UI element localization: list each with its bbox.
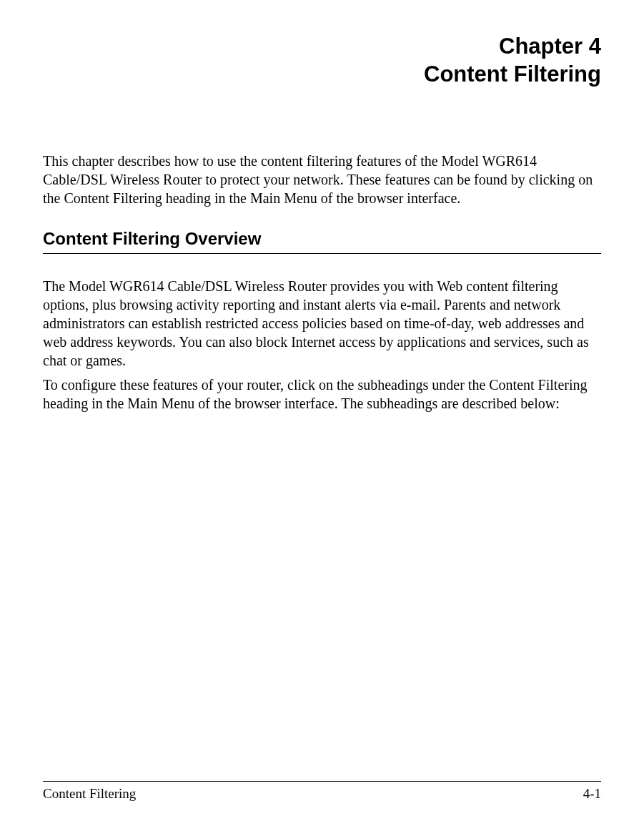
section-heading: Content Filtering Overview (43, 229, 601, 254)
chapter-name: Content Filtering (424, 62, 601, 87)
page-footer: Content Filtering 4-1 (43, 781, 601, 802)
document-page: Chapter 4 Content Filtering This chapter… (0, 0, 644, 826)
chapter-number: Chapter 4 (499, 34, 601, 59)
intro-paragraph: This chapter describes how to use the co… (43, 152, 601, 207)
chapter-title: Chapter 4 Content Filtering (43, 33, 601, 89)
footer-right: 4-1 (583, 786, 601, 802)
body-paragraph-1: The Model WGR614 Cable/DSL Wireless Rout… (43, 277, 601, 370)
footer-left: Content Filtering (43, 786, 136, 802)
body-paragraph-2: To configure these features of your rout… (43, 375, 601, 413)
